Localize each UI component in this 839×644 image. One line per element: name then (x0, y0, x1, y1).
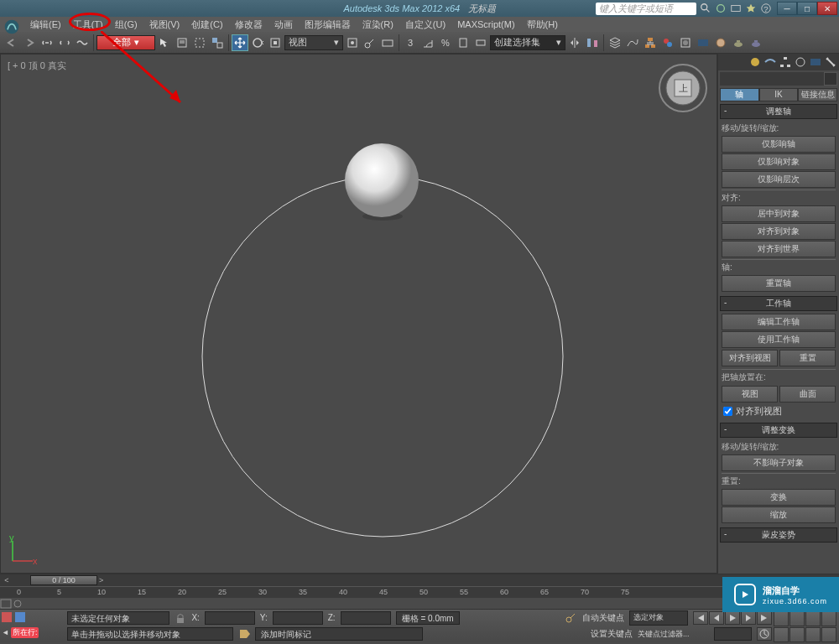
modify-tab-icon[interactable] (763, 55, 777, 69)
key-icon[interactable] (564, 611, 577, 625)
align-to-object-button[interactable]: 对齐到对象 (722, 223, 836, 240)
z-coord-input[interactable] (341, 611, 391, 625)
select-by-name-button[interactable] (174, 34, 190, 51)
maximize-viewport-button[interactable] (821, 627, 836, 642)
reset-scale-button[interactable]: 缩放 (722, 506, 836, 523)
goto-start-button[interactable] (693, 611, 708, 625)
zoom-all-button[interactable] (789, 611, 805, 626)
next-frame-button[interactable] (741, 611, 756, 625)
angle-snap-button[interactable] (420, 34, 436, 51)
align-button[interactable] (584, 34, 601, 51)
menu-rendering[interactable]: 渲染(R) (357, 18, 399, 32)
snap-toggle-button[interactable]: 3 (402, 34, 419, 51)
align-to-view-button[interactable]: 对齐到视图 (722, 350, 778, 366)
menu-customize[interactable]: 自定义(U) (400, 18, 451, 32)
menu-animation[interactable]: 动画 (269, 18, 298, 32)
place-surface-button[interactable]: 曲面 (779, 386, 836, 402)
bind-spacewarp-button[interactable] (74, 34, 91, 51)
menu-help[interactable]: 帮助(H) (522, 18, 563, 32)
time-tag-icon[interactable] (238, 628, 250, 640)
spinner-snap-button[interactable] (455, 34, 472, 51)
menu-graph-editors[interactable]: 图形编辑器 (300, 18, 356, 32)
link-info-subtab[interactable]: 链接信息 (798, 88, 837, 101)
use-working-pivot-button[interactable]: 使用工作轴 (722, 331, 836, 348)
zoom-extents-all-button[interactable] (821, 611, 836, 626)
field-of-view-button[interactable] (774, 627, 789, 642)
rect-select-button[interactable] (191, 34, 208, 51)
time-slider-next[interactable]: > (99, 576, 103, 584)
redo-button[interactable] (21, 34, 38, 51)
affect-object-button[interactable]: 仅影响对象 (722, 153, 836, 170)
goto-end-button[interactable] (757, 611, 772, 625)
window-crossing-button[interactable] (209, 34, 226, 51)
reset-pivot-button[interactable]: 重置轴 (722, 275, 836, 292)
link-button[interactable] (39, 34, 55, 51)
trackbar-toggle-icon[interactable] (12, 599, 23, 609)
rollout-header[interactable]: 蒙皮姿势 (720, 527, 837, 543)
search-icon[interactable] (700, 3, 711, 14)
y-coord-input[interactable] (273, 611, 323, 625)
material-editor-button[interactable] (659, 34, 676, 51)
application-logo[interactable] (3, 18, 20, 35)
add-time-tag-button[interactable]: 添加时间标记 (255, 627, 423, 641)
menu-modifiers[interactable]: 修改器 (230, 18, 268, 32)
auto-key-button[interactable]: 自动关键点 (582, 612, 624, 624)
x-coord-input[interactable] (205, 611, 255, 625)
lock-icon[interactable] (175, 612, 186, 624)
unlink-button[interactable] (56, 34, 73, 51)
communication-icon[interactable] (730, 3, 742, 14)
edit-working-pivot-button[interactable]: 编辑工作轴 (722, 314, 836, 330)
set-key-button[interactable]: 设置关键点 (591, 628, 633, 640)
menu-tools[interactable]: 工具(T) (68, 18, 108, 32)
reset-transform-button[interactable]: 变换 (722, 489, 836, 506)
maxscript-icon[interactable] (0, 610, 13, 624)
key-filters-button[interactable]: 关键点过滤器... (638, 629, 709, 640)
utilities-tab-icon[interactable] (824, 55, 837, 69)
align-to-world-button[interactable]: 对齐到世界 (722, 241, 836, 257)
menu-maxscript[interactable]: MAXScript(M) (452, 18, 519, 30)
use-pivot-center-button[interactable] (344, 34, 361, 51)
select-move-button[interactable] (232, 34, 248, 51)
close-button[interactable]: ✕ (817, 2, 837, 15)
selection-filter-dropdown[interactable]: 全部 ▾ (96, 35, 155, 50)
time-slider-thumb[interactable]: 0 / 100 (30, 575, 97, 585)
time-slider[interactable]: < 0 / 100 > (0, 574, 839, 586)
render-button[interactable] (712, 34, 729, 51)
select-object-button[interactable] (156, 34, 173, 51)
pivot-subtab[interactable]: 轴 (720, 88, 759, 101)
curve-editor-button[interactable] (624, 34, 641, 51)
ik-subtab[interactable]: IK (759, 88, 799, 101)
select-scale-button[interactable] (267, 34, 284, 51)
object-color-swatch[interactable] (720, 72, 837, 86)
percent-snap-button[interactable]: % (437, 34, 454, 51)
select-rotate-button[interactable] (249, 34, 266, 51)
create-tab-icon[interactable] (748, 55, 762, 69)
help-icon[interactable]: ? (760, 3, 772, 14)
align-view-checkbox[interactable]: 对齐到视图 (723, 405, 834, 418)
current-frame-input[interactable] (714, 627, 752, 641)
listener-icon[interactable] (13, 610, 27, 624)
ref-coord-dropdown[interactable]: 视图▾ (284, 35, 343, 50)
hierarchy-tab-icon[interactable] (779, 55, 792, 69)
checkbox-input[interactable] (723, 407, 732, 416)
affect-hierarchy-button[interactable]: 仅影响层次 (722, 171, 836, 188)
viewcube[interactable]: 上 (658, 63, 708, 113)
reset-wp-button[interactable]: 重置 (779, 350, 836, 366)
time-config-button[interactable] (757, 627, 772, 641)
menu-group[interactable]: 组(G) (110, 18, 143, 32)
viewport[interactable]: [ + 0 顶 0 真实 上 y x (0, 54, 717, 574)
time-ruler[interactable]: 0 5 10 15 20 25 30 35 40 45 50 55 60 65 … (0, 586, 839, 598)
teapot-icon-2[interactable] (748, 34, 764, 51)
center-to-object-button[interactable]: 居中到对象 (722, 205, 836, 222)
key-filter-dropdown[interactable]: 选定对象 (629, 610, 688, 626)
rendered-frame-button[interactable] (695, 34, 711, 51)
zoom-button[interactable] (774, 611, 789, 626)
menu-views[interactable]: 视图(V) (144, 18, 185, 32)
dont-affect-children-button[interactable]: 不影响子对象 (722, 454, 836, 471)
menu-create[interactable]: 创建(C) (186, 18, 227, 32)
rollout-header[interactable]: 调整变换 (720, 423, 837, 438)
search-input[interactable]: 键入关键字或短语 (596, 3, 696, 15)
play-button[interactable] (725, 611, 740, 625)
time-slider-prev[interactable]: < (0, 576, 13, 584)
place-view-button[interactable]: 视图 (722, 386, 778, 402)
